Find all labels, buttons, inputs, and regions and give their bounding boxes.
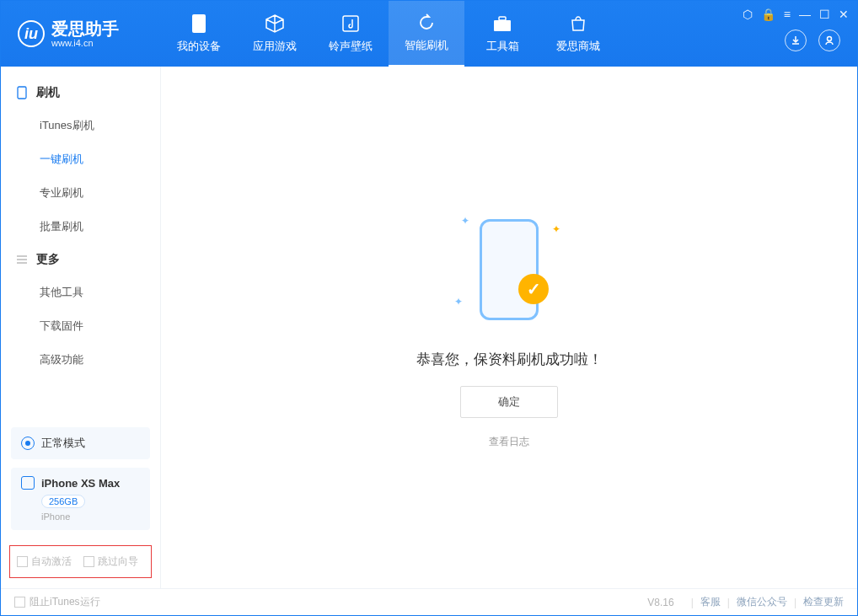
sidebar: 刷机 iTunes刷机 一键刷机 专业刷机 批量刷机 更多 其他工具 下载固件 …	[1, 67, 161, 588]
footer-link-update[interactable]: 检查更新	[803, 595, 844, 609]
skip-guide-label: 跳过向导	[98, 554, 138, 569]
sparkle-icon: ✦	[461, 215, 469, 227]
svg-rect-1	[343, 16, 358, 31]
success-illustration: ✦ ✦ ✦ ✓	[454, 206, 564, 333]
nav-my-device[interactable]: 我的设备	[161, 1, 237, 67]
activation-options: 自动激活 跳过向导	[9, 545, 152, 578]
auto-activate-checkbox[interactable]: 自动激活	[17, 554, 72, 569]
svg-point-4	[828, 37, 832, 41]
refresh-icon	[416, 13, 437, 33]
logo-subtitle: www.i4.cn	[51, 38, 119, 48]
download-button[interactable]	[785, 29, 807, 51]
divider: |	[794, 597, 796, 608]
app-window: iu 爱思助手 www.i4.cn 我的设备 应用游戏	[0, 0, 858, 616]
footer-left: 阻止iTunes运行	[14, 595, 100, 609]
sidebar-item-itunes-flash[interactable]: iTunes刷机	[1, 109, 160, 142]
device-icon	[189, 13, 209, 34]
body: 刷机 iTunes刷机 一键刷机 专业刷机 批量刷机 更多 其他工具 下载固件 …	[1, 67, 857, 588]
success-message: 恭喜您，保资料刷机成功啦！	[416, 350, 603, 369]
block-itunes-checkbox[interactable]: 阻止iTunes运行	[14, 595, 100, 609]
nav-smart-flash[interactable]: 智能刷机	[389, 1, 464, 67]
header-bar: iu 爱思助手 www.i4.cn 我的设备 应用游戏	[1, 1, 857, 67]
sidebar-group-flash[interactable]: 刷机	[1, 77, 160, 109]
device-name: iPhone XS Max	[41, 477, 120, 490]
header-right-icons	[785, 29, 840, 51]
view-log-link[interactable]: 查看日志	[489, 435, 529, 449]
nav-label: 铃声壁纸	[329, 39, 373, 54]
download-icon	[790, 35, 802, 46]
group-title: 刷机	[36, 85, 60, 100]
sidebar-scroll: 刷机 iTunes刷机 一键刷机 专业刷机 批量刷机 更多 其他工具 下载固件 …	[1, 67, 160, 419]
device-type: iPhone	[41, 512, 140, 522]
logo-block[interactable]: iu 爱思助手 www.i4.cn	[1, 19, 161, 48]
close-button[interactable]: ✕	[839, 8, 849, 21]
footer-bar: 阻止iTunes运行 V8.16 | 客服 | 微信公众号 | 检查更新	[1, 588, 857, 615]
logo-text: 爱思助手 www.i4.cn	[51, 19, 119, 48]
nav-ringtones[interactable]: 铃声壁纸	[313, 1, 389, 67]
shop-icon	[568, 13, 588, 34]
nav-label: 智能刷机	[405, 38, 448, 53]
nav-shop[interactable]: 爱思商城	[540, 1, 616, 67]
music-icon	[341, 13, 361, 34]
minimize-button[interactable]: —	[799, 8, 811, 21]
list-icon	[16, 254, 28, 265]
user-button[interactable]	[818, 29, 840, 51]
auto-activate-label: 自动激活	[31, 554, 72, 569]
footer-link-wechat[interactable]: 微信公众号	[737, 595, 787, 609]
logo-title: 爱思助手	[51, 19, 119, 38]
device-box[interactable]: iPhone XS Max 256GB iPhone	[11, 468, 150, 530]
skip-guide-checkbox[interactable]: 跳过向导	[83, 554, 138, 569]
version-label: V8.16	[647, 597, 673, 608]
sparkle-icon: ✦	[454, 296, 463, 308]
device-row: iPhone XS Max	[21, 476, 140, 490]
footer-link-support[interactable]: 客服	[700, 595, 721, 609]
sidebar-item-oneclick-flash[interactable]: 一键刷机	[1, 142, 160, 176]
nav-label: 爱思商城	[556, 39, 600, 54]
mode-box[interactable]: 正常模式	[11, 427, 150, 459]
phone-illustration-icon	[480, 219, 539, 320]
svg-rect-2	[494, 20, 511, 31]
sidebar-item-pro-flash[interactable]: 专业刷机	[1, 176, 160, 210]
svg-rect-3	[499, 17, 506, 20]
cube-icon	[265, 13, 285, 34]
svg-rect-0	[192, 14, 206, 33]
lock-icon[interactable]: 🔒	[761, 8, 775, 21]
divider: |	[727, 597, 730, 608]
group-title: 更多	[36, 252, 60, 267]
sparkle-icon: ✦	[552, 223, 560, 235]
nav-toolbox[interactable]: 工具箱	[464, 1, 540, 67]
checkbox-icon	[17, 556, 28, 567]
top-nav: 我的设备 应用游戏 铃声壁纸 智能刷机	[161, 1, 616, 67]
nav-label: 应用游戏	[253, 39, 297, 54]
checkbox-icon	[83, 556, 94, 567]
ok-button[interactable]: 确定	[460, 386, 558, 418]
sidebar-item-download-firmware[interactable]: 下载固件	[1, 309, 160, 343]
device-small-icon	[21, 476, 35, 490]
sidebar-item-advanced[interactable]: 高级功能	[1, 343, 160, 377]
svg-rect-5	[18, 87, 26, 99]
sidebar-item-other-tools[interactable]: 其他工具	[1, 276, 160, 309]
sidebar-item-batch-flash[interactable]: 批量刷机	[1, 210, 160, 244]
footer-right: V8.16 | 客服 | 微信公众号 | 检查更新	[647, 595, 844, 609]
mode-label: 正常模式	[41, 436, 85, 451]
shirt-icon[interactable]: ⬡	[743, 8, 753, 21]
user-icon	[823, 35, 835, 46]
nav-label: 我的设备	[177, 39, 221, 54]
window-controls: ⬡ 🔒 ≡ — ☐ ✕	[743, 8, 849, 21]
logo-icon: iu	[18, 20, 45, 47]
maximize-button[interactable]: ☐	[819, 8, 830, 21]
mode-icon	[21, 437, 35, 450]
divider: |	[691, 597, 694, 608]
content-area: ✦ ✦ ✦ ✓ 恭喜您，保资料刷机成功啦！ 确定 查看日志	[161, 67, 857, 588]
toolbox-icon	[492, 13, 512, 34]
menu-icon[interactable]: ≡	[784, 8, 791, 21]
sidebar-group-more[interactable]: 更多	[1, 244, 160, 276]
nav-apps-games[interactable]: 应用游戏	[237, 1, 313, 67]
block-itunes-label: 阻止iTunes运行	[29, 595, 100, 609]
checkbox-icon	[14, 597, 25, 608]
device-capacity: 256GB	[41, 495, 85, 508]
nav-label: 工具箱	[486, 39, 519, 54]
phone-icon	[16, 87, 28, 99]
check-badge-icon: ✓	[518, 274, 549, 304]
